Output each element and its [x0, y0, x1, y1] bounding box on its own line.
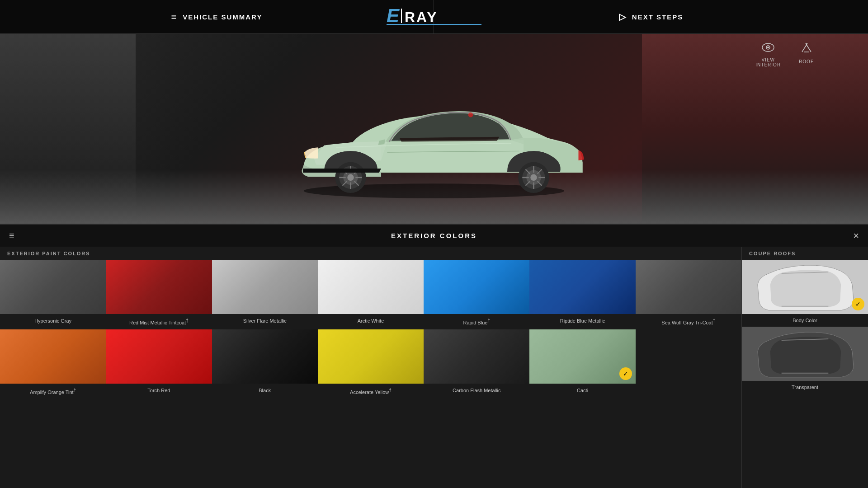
next-steps-nav[interactable]: ▷ NEXT STEPS [434, 0, 868, 33]
color-swatch-hypersonic-gray [0, 260, 106, 314]
roof-button[interactable]: ROOF [799, 43, 814, 67]
color-name-torch-red: Torch Red [146, 384, 172, 397]
next-steps-label: NEXT STEPS [632, 13, 683, 21]
color-swatch-silver-flare [212, 260, 318, 314]
vehicle-summary-button[interactable]: ≡ VEHICLE SUMMARY [171, 12, 263, 22]
svg-text:E: E [387, 5, 401, 26]
color-item-hypersonic-gray[interactable]: Hypersonic Gray [0, 260, 106, 329]
panel-close-button[interactable]: × [853, 230, 859, 242]
svg-point-20 [530, 174, 537, 181]
color-swatch-amplify-orange [0, 329, 106, 384]
cacti-selected-check: ✓ [619, 367, 632, 380]
body-color-selected-check: ✓ [852, 298, 864, 310]
eye-icon [762, 43, 774, 55]
color-swatch-cacti: ✓ [529, 329, 635, 384]
color-item-red-mist[interactable]: Red Mist Metallic Tintcoat† [106, 260, 212, 329]
color-item-riptide-blue[interactable]: Riptide Blue Metallic [529, 260, 635, 329]
roof-section-label: COUPE ROOFS [742, 247, 868, 260]
brand-logo: E RAY [384, 4, 484, 30]
color-swatch-black [212, 329, 318, 384]
color-name-hypersonic-gray: Hypersonic Gray [33, 314, 73, 328]
color-item-silver-flare[interactable]: Silver Flare Metallic [212, 260, 318, 329]
next-steps-button[interactable]: ▷ NEXT STEPS [619, 11, 683, 22]
color-name-arctic-white: Arctic White [356, 314, 386, 328]
svg-point-32 [767, 47, 769, 48]
panel-content: EXTERIOR PAINT COLORS Hypersonic Gray Re… [0, 247, 868, 488]
roof-item-transparent[interactable]: Transparent [742, 327, 868, 394]
color-swatch-rapid-blue [424, 260, 529, 314]
color-item-cacti[interactable]: ✓ Cacti [529, 329, 635, 399]
color-name-carbon-flash: Carbon Flash Metallic [451, 384, 502, 397]
panel-title: EXTERIOR COLORS [391, 232, 477, 239]
car-view-controls: VIEWINTERIOR ROOF [755, 43, 814, 67]
color-name-sea-wolf: Sea Wolf Gray Tri-Coat† [660, 314, 717, 329]
roof-swatch-transparent [742, 327, 868, 381]
color-item-arctic-white[interactable]: Arctic White [318, 260, 424, 329]
color-item-torch-red[interactable]: Torch Red [106, 329, 212, 399]
bottom-panel: ≡ EXTERIOR COLORS × EXTERIOR PAINT COLOR… [0, 224, 868, 488]
car-image [271, 64, 597, 208]
color-name-riptide-blue: Riptide Blue Metallic [558, 314, 607, 328]
color-name-black: Black [257, 384, 273, 397]
color-item-carbon-flash[interactable]: Carbon Flash Metallic [424, 329, 529, 399]
color-item-rapid-blue[interactable]: Rapid Blue† [424, 260, 529, 329]
roof-item-body-color[interactable]: ✓ Body Color [742, 260, 868, 327]
roof-name-transparent: Transparent [742, 381, 868, 394]
color-swatch-riptide-blue [529, 260, 635, 314]
color-name-red-mist: Red Mist Metallic Tintcoat† [127, 314, 190, 329]
color-name-silver-flare: Silver Flare Metallic [241, 314, 288, 328]
vehicle-summary-nav[interactable]: ≡ VEHICLE SUMMARY [0, 0, 434, 33]
roofs-section: COUPE ROOFS [741, 247, 868, 488]
view-interior-button[interactable]: VIEWINTERIOR [755, 43, 781, 67]
color-item-amplify-orange[interactable]: Amplify Orange Tint† [0, 329, 106, 399]
color-name-rapid-blue: Rapid Blue† [462, 314, 492, 329]
list-icon: ≡ [171, 12, 178, 22]
view-interior-label: VIEWINTERIOR [755, 57, 781, 67]
car-view-area: VIEWINTERIOR ROOF [0, 34, 868, 224]
roof-label: ROOF [799, 59, 814, 64]
exterior-section-label: EXTERIOR PAINT COLORS [0, 247, 741, 260]
roof-swatch-body-color: ✓ [742, 260, 868, 314]
color-swatch-accelerate-yellow [318, 329, 424, 384]
exterior-colors-section: EXTERIOR PAINT COLORS Hypersonic Gray Re… [0, 247, 741, 488]
colors-grid: Hypersonic Gray Red Mist Metallic Tintco… [0, 260, 741, 399]
roof-name-body-color: Body Color [742, 314, 868, 327]
color-item-sea-wolf[interactable]: Sea Wolf Gray Tri-Coat† [636, 260, 741, 329]
color-name-amplify-orange: Amplify Orange Tint† [28, 384, 78, 399]
color-name-cacti: Cacti [575, 384, 590, 397]
panel-menu-icon[interactable]: ≡ [9, 230, 14, 241]
color-item-accelerate-yellow[interactable]: Accelerate Yellow† [318, 329, 424, 399]
color-name-accelerate-yellow: Accelerate Yellow† [348, 384, 393, 399]
svg-point-8 [347, 174, 354, 181]
roof-icon [800, 43, 813, 56]
color-swatch-red-mist [106, 260, 212, 314]
top-navigation: ≡ VEHICLE SUMMARY E RAY ▷ NEXT STEPS [0, 0, 868, 34]
color-swatch-carbon-flash [424, 329, 529, 384]
logo-area: E RAY [384, 0, 484, 33]
svg-text:RAY: RAY [405, 9, 438, 25]
color-swatch-arctic-white [318, 260, 424, 314]
play-icon: ▷ [619, 11, 627, 22]
color-item-black[interactable]: Black [212, 329, 318, 399]
color-swatch-sea-wolf [636, 260, 741, 314]
color-swatch-torch-red [106, 329, 212, 384]
panel-header: ≡ EXTERIOR COLORS × [0, 225, 868, 247]
svg-point-29 [468, 113, 473, 117]
vehicle-summary-label: VEHICLE SUMMARY [183, 13, 262, 21]
